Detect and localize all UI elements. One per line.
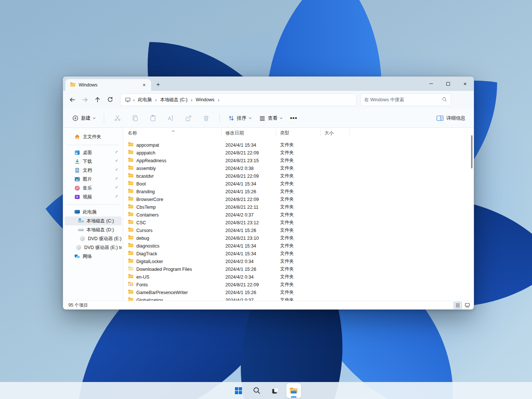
details-pane-button[interactable]: 详细信息 (433, 113, 468, 124)
sort-arrows-icon (228, 115, 235, 122)
maximize-button[interactable] (440, 77, 457, 91)
file-name: Branding (136, 189, 155, 194)
cut-button[interactable] (110, 112, 125, 125)
start-button[interactable] (231, 383, 246, 398)
more-options-button[interactable]: ••• (286, 115, 301, 122)
details-view-toggle[interactable] (454, 302, 462, 309)
sidebar-item[interactable]: 主文件夹 (65, 132, 122, 142)
table-row[interactable]: Branding2024/4/1 15:26文件夹 (123, 188, 474, 195)
pin-icon (114, 159, 119, 164)
table-row[interactable]: Boot2024/4/1 15:34文件夹 (123, 180, 474, 188)
table-row[interactable]: GameBarPresenceWriter2024/4/1 15:26文件夹 (123, 289, 474, 296)
sidebar-item[interactable]: 音乐 (65, 184, 122, 192)
sidebar-item[interactable]: DVD 驱动器 (E:) tes (65, 243, 122, 252)
table-row[interactable]: BrowserCore2024/8/21 22:09文件夹 (123, 195, 474, 203)
chevron-down-icon (249, 117, 252, 119)
table-row[interactable]: Cursors2024/4/1 15:26文件夹 (123, 226, 474, 234)
paste-button[interactable] (146, 112, 160, 125)
column-header-name[interactable]: 名称 (123, 128, 222, 138)
view-button[interactable]: 查看 (255, 113, 286, 124)
breadcrumb-item[interactable]: 本地磁盘 (C:) (157, 95, 190, 105)
column-header-date[interactable]: 修改日期 (222, 128, 276, 138)
minimize-button[interactable] (423, 77, 440, 91)
column-header-size[interactable]: 大小 (321, 128, 349, 138)
new-button[interactable]: 新建 (68, 113, 99, 124)
breadcrumb-item[interactable]: 此电脑 (135, 95, 154, 105)
table-row[interactable]: appcompat2024/4/1 15:34文件夹 (123, 141, 474, 149)
search-input[interactable]: 在 Windows 中搜索 (360, 93, 451, 106)
file-date-modified: 2024/4/1 15:26 (222, 228, 276, 233)
sidebar-item[interactable]: 本地磁盘 (D:) (65, 225, 122, 234)
sidebar-item[interactable]: 本地磁盘 (C:) (65, 216, 122, 225)
file-type: 文件夹 (276, 289, 321, 296)
vertical-scrollbar[interactable] (471, 135, 473, 168)
sidebar-item[interactable]: 图片 (65, 175, 122, 184)
large-icons-view-toggle[interactable] (463, 302, 471, 309)
taskbar (0, 382, 532, 399)
file-name: Containers (136, 212, 158, 218)
column-header-type[interactable]: 类型 (276, 128, 321, 138)
sidebar-item[interactable]: 下载 (65, 157, 122, 166)
forward-button[interactable] (79, 94, 91, 106)
delete-button[interactable] (199, 112, 214, 125)
sidebar-item[interactable]: 视频 (65, 192, 122, 201)
copy-button[interactable] (128, 112, 143, 125)
table-row[interactable]: CbsTemp2024/8/21 22:11文件夹 (123, 203, 474, 211)
search-taskbar-button[interactable] (249, 383, 264, 398)
network-icon (74, 253, 80, 259)
close-button[interactable]: × (457, 77, 474, 91)
rename-button[interactable] (163, 112, 178, 125)
share-button[interactable] (181, 112, 196, 125)
pin-icon (114, 177, 119, 182)
new-tab-button[interactable]: + (153, 79, 164, 90)
folder-icon (128, 227, 134, 234)
sidebar-item-label: 本地磁盘 (C:) (86, 218, 114, 224)
sidebar-item[interactable]: 此电脑 (65, 208, 122, 216)
table-row[interactable]: Containers2024/4/2 0:37文件夹 (123, 211, 474, 219)
back-button[interactable] (66, 94, 79, 106)
file-explorer-taskbar-button[interactable] (286, 383, 301, 398)
table-row[interactable]: diagnostics2024/4/1 15:34文件夹 (123, 242, 474, 250)
sidebar-item-label: DVD 驱动器 (E:) tes (84, 245, 122, 251)
task-view-button[interactable] (268, 383, 283, 398)
sidebar-item[interactable]: 桌面 (65, 148, 122, 157)
drive-c-icon (78, 218, 84, 224)
table-row[interactable]: AppReadiness2024/8/21 23:15文件夹 (123, 157, 474, 164)
sort-button[interactable]: 排序 (224, 113, 255, 124)
table-row[interactable]: assembly2024/4/2 0:38文件夹 (123, 164, 474, 172)
sidebar-item[interactable]: 文档 (65, 166, 122, 175)
status-bar: 95 个项目 (63, 301, 474, 309)
up-button[interactable] (91, 94, 104, 106)
file-name: en-US (136, 274, 149, 280)
sidebar-item[interactable]: 网络 (65, 252, 122, 261)
explorer-tab[interactable]: Windows × (65, 79, 151, 91)
file-date-modified: 2024/8/21 22:09 (222, 150, 276, 156)
file-type: 文件夹 (276, 212, 321, 218)
table-row[interactable]: Globalization2024/4/2 0:37文件夹 (123, 296, 474, 301)
file-name: apppatch (136, 150, 155, 156)
sidebar-divider (67, 145, 119, 145)
pin-icon (114, 150, 119, 156)
file-type: 文件夹 (276, 282, 321, 288)
breadcrumb-item[interactable]: Windows (193, 96, 217, 104)
file-date-modified: 2024/8/21 23:12 (222, 220, 276, 225)
table-row[interactable]: Downloaded Program Files2024/4/1 15:26文件… (123, 265, 474, 273)
sidebar-item-label: 音乐 (83, 185, 92, 191)
table-row[interactable]: en-US2024/4/2 0:34文件夹 (123, 273, 474, 281)
sidebar-item[interactable]: DVD 驱动器 (E:) te (65, 234, 122, 243)
table-row[interactable]: apppatch2024/8/21 22:09文件夹 (123, 149, 474, 157)
table-row[interactable]: DigitalLocker2024/4/2 0:34文件夹 (123, 258, 474, 265)
table-row[interactable]: AFonts2024/8/21 22:09文件夹 (123, 281, 474, 289)
refresh-button[interactable] (104, 94, 116, 106)
table-row[interactable]: bcastdvr2024/8/21 22:09文件夹 (123, 172, 474, 180)
drive-icon (78, 227, 84, 233)
table-row[interactable]: DiagTrack2024/4/1 15:34文件夹 (123, 250, 474, 258)
pin-icon (114, 168, 119, 173)
address-field[interactable]: ›此电脑›本地磁盘 (C:)›Windows› (120, 93, 357, 106)
tab-close-icon[interactable]: × (140, 81, 148, 89)
table-row[interactable]: debug2024/8/21 23:10文件夹 (123, 234, 474, 242)
folder-icon (128, 188, 134, 195)
file-type: 文件夹 (276, 235, 321, 241)
chevron-down-icon (280, 117, 283, 119)
table-row[interactable]: CSC2024/8/21 23:12文件夹 (123, 219, 474, 226)
